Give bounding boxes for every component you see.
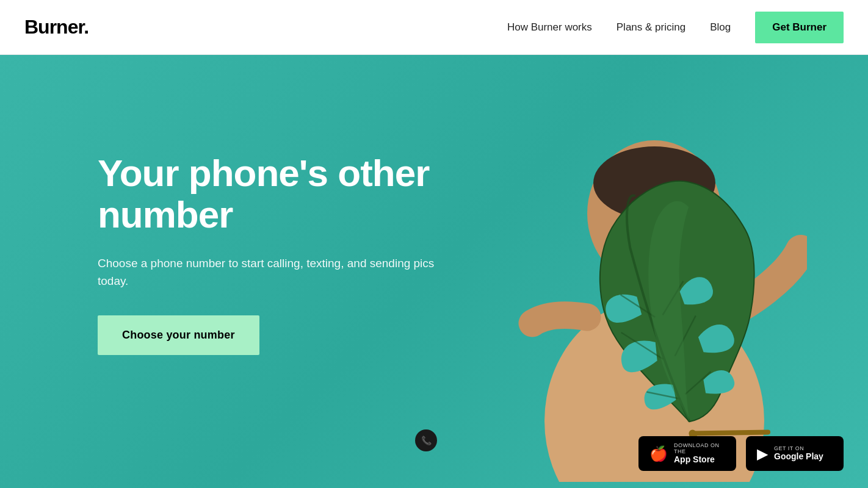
phone-icon: 📞 <box>415 429 437 451</box>
google-play-badge[interactable]: ▶ GET IT ON Google Play <box>746 436 844 471</box>
app-store-badge[interactable]: 🍎 Download on the App Store <box>638 436 736 471</box>
app-store-small-text: Download on the <box>674 442 725 454</box>
apple-icon: 🍎 <box>649 445 668 462</box>
navigation: How Burner works Plans & pricing Blog Ge… <box>507 12 844 43</box>
hero-subtitle: Choose a phone number to start calling, … <box>98 255 452 290</box>
hero-image <box>392 55 868 488</box>
choose-number-button[interactable]: Choose your number <box>98 315 259 355</box>
google-play-large-text: Google Play <box>774 451 823 462</box>
site-header: Burner. How Burner works Plans & pricing… <box>0 0 868 55</box>
hero-section: Your phone's other number Choose a phone… <box>0 55 868 488</box>
nav-plans-pricing[interactable]: Plans & pricing <box>617 21 685 34</box>
hero-content: Your phone's other number Choose a phone… <box>98 152 452 355</box>
hero-title: Your phone's other number <box>98 152 452 235</box>
store-badges: 🍎 Download on the App Store ▶ GET IT ON … <box>638 436 844 471</box>
get-burner-button[interactable]: Get Burner <box>755 12 844 43</box>
nav-how-burner-works[interactable]: How Burner works <box>507 21 592 34</box>
app-store-text: Download on the App Store <box>674 442 725 465</box>
google-play-icon: ▶ <box>757 445 768 462</box>
google-play-text: GET IT ON Google Play <box>774 445 823 462</box>
app-store-large-text: App Store <box>674 454 725 465</box>
monstera-leaf-illustration <box>459 73 837 476</box>
nav-blog[interactable]: Blog <box>710 21 731 34</box>
google-play-small-text: GET IT ON <box>774 445 823 451</box>
logo[interactable]: Burner. <box>24 16 89 38</box>
phone-icon-area: 📞 <box>415 429 437 451</box>
